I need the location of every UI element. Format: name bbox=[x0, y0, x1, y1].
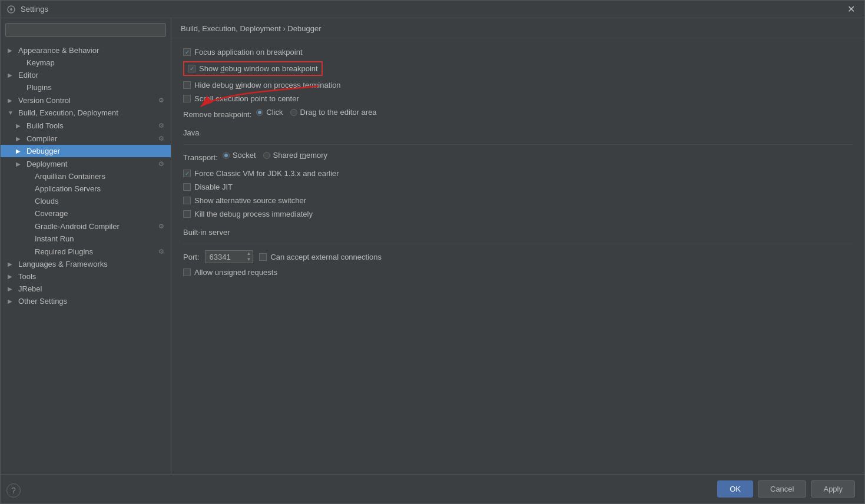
help-button[interactable]: ? bbox=[6, 483, 21, 498]
sidebar-item-label: Required Plugins bbox=[35, 247, 157, 256]
focus-breakpoint-checkbox[interactable] bbox=[183, 48, 191, 56]
port-label: Port: bbox=[183, 253, 199, 261]
sidebar-item-appearance[interactable]: ▶ Appearance & Behavior bbox=[1, 44, 171, 57]
sidebar-item-build-tools[interactable]: ▶ Build Tools ⚙ bbox=[1, 119, 171, 132]
builtin-server-divider bbox=[183, 244, 853, 244]
sidebar-item-compiler[interactable]: ▶ Compiler ⚙ bbox=[1, 132, 171, 145]
hide-debug-window-label: Hide debug window on process termination bbox=[194, 81, 341, 89]
sidebar-item-keymap[interactable]: Keymap bbox=[1, 57, 171, 69]
sidebar-item-label: Compiler bbox=[26, 134, 157, 143]
sidebar-item-label: Keymap bbox=[26, 58, 166, 67]
allow-unsigned-label[interactable]: Allow unsigned requests bbox=[183, 268, 277, 277]
port-decrement-button[interactable]: ▼ bbox=[244, 257, 253, 263]
sidebar-item-version-control[interactable]: ▶ Version Control ⚙ bbox=[1, 94, 171, 107]
transport-socket-option[interactable]: Socket bbox=[223, 151, 256, 160]
hide-debug-window-checkbox-label[interactable]: Hide debug window on process termination bbox=[183, 81, 341, 89]
remove-breakpoint-drag-option[interactable]: Drag to the editor area bbox=[290, 108, 377, 117]
scroll-execution-row: Scroll execution point to center bbox=[183, 94, 853, 103]
expand-arrow-icon: ▶ bbox=[8, 97, 16, 104]
sidebar-item-label: Languages & Frameworks bbox=[18, 260, 166, 268]
sidebar-item-required-plugins[interactable]: Required Plugins ⚙ bbox=[1, 245, 171, 258]
expand-arrow-icon: ▶ bbox=[16, 161, 24, 167]
sidebar-item-label: Editor bbox=[18, 71, 166, 79]
kill-debug-process-checkbox[interactable] bbox=[183, 210, 191, 218]
sidebar-item-app-servers[interactable]: Application Servers bbox=[1, 183, 171, 195]
kill-debug-process-text: Kill the debug process immediately bbox=[194, 210, 313, 218]
accept-external-text: Can accept external connections bbox=[270, 253, 382, 261]
kill-debug-process-label[interactable]: Kill the debug process immediately bbox=[183, 210, 313, 218]
allow-unsigned-text: Allow unsigned requests bbox=[194, 268, 277, 277]
accept-external-label[interactable]: Can accept external connections bbox=[259, 253, 382, 261]
app-icon bbox=[6, 5, 16, 14]
hide-debug-window-checkbox[interactable] bbox=[183, 81, 191, 89]
scroll-execution-checkbox[interactable] bbox=[183, 95, 191, 102]
drag-label: Drag to the editor area bbox=[300, 108, 377, 117]
sidebar-item-clouds[interactable]: Clouds bbox=[1, 195, 171, 207]
sidebar-item-label: Build, Execution, Deployment bbox=[18, 108, 166, 117]
scroll-execution-label: Scroll execution point to center bbox=[194, 94, 299, 103]
sidebar-item-label: Deployment bbox=[26, 160, 157, 168]
show-debug-window-row: Show debug window on breakpoint bbox=[183, 61, 853, 76]
disable-jit-label[interactable]: Disable JIT bbox=[183, 183, 233, 191]
sidebar-item-deployment[interactable]: ▶ Deployment ⚙ bbox=[1, 157, 171, 170]
disable-jit-checkbox[interactable] bbox=[183, 183, 191, 191]
sidebar-item-label: Tools bbox=[18, 272, 166, 281]
disable-jit-row: Disable JIT bbox=[183, 183, 853, 191]
drag-radio-btn[interactable] bbox=[290, 109, 297, 116]
show-alt-source-row: Show alternative source switcher bbox=[183, 196, 853, 205]
sidebar-item-instant-run[interactable]: Instant Run bbox=[1, 233, 171, 245]
expand-arrow-icon: ▼ bbox=[8, 110, 16, 116]
sidebar-item-build-execution[interactable]: ▼ Build, Execution, Deployment bbox=[1, 107, 171, 119]
focus-breakpoint-checkbox-label[interactable]: Focus application on breakpoint bbox=[183, 48, 303, 57]
java-section-header: Java bbox=[183, 128, 853, 140]
port-increment-button[interactable]: ▲ bbox=[244, 251, 253, 257]
shared-memory-radio-btn[interactable] bbox=[263, 152, 270, 159]
ok-button[interactable]: OK bbox=[717, 480, 753, 498]
sidebar-item-tools[interactable]: ▶ Tools bbox=[1, 270, 171, 283]
cancel-button[interactable]: Cancel bbox=[758, 480, 806, 498]
sidebar: ▶ Appearance & Behavior Keymap ▶ Editor … bbox=[1, 18, 171, 474]
socket-label: Socket bbox=[233, 151, 256, 160]
sidebar-item-gradle-android[interactable]: Gradle-Android Compiler ⚙ bbox=[1, 220, 171, 233]
sidebar-item-label: Plugins bbox=[26, 83, 166, 92]
expand-arrow-icon: ▶ bbox=[16, 122, 24, 129]
expand-arrow-icon: ▶ bbox=[8, 298, 16, 304]
sidebar-item-other-settings[interactable]: ▶ Other Settings bbox=[1, 295, 171, 307]
socket-radio-btn[interactable] bbox=[223, 152, 230, 159]
sidebar-item-arquillian[interactable]: Arquillian Containers bbox=[1, 170, 171, 183]
settings-window: Settings ✕ ▶ Appearance & Behavior Keyma… bbox=[0, 0, 865, 504]
sidebar-item-plugins[interactable]: Plugins bbox=[1, 81, 171, 94]
apply-button[interactable]: Apply bbox=[811, 480, 855, 498]
transport-shared-memory-option[interactable]: Shared memory bbox=[263, 151, 328, 160]
search-input[interactable] bbox=[5, 23, 166, 37]
force-classic-vm-row: Force Classic VM for JDK 1.3.x and earli… bbox=[183, 169, 853, 178]
expand-arrow-icon: ▶ bbox=[8, 47, 16, 54]
click-radio-btn[interactable] bbox=[256, 109, 263, 116]
title-bar: Settings ✕ bbox=[1, 1, 864, 18]
settings-icon: ⚙ bbox=[157, 121, 166, 130]
close-button[interactable]: ✕ bbox=[844, 2, 859, 16]
remove-breakpoint-click-option[interactable]: Click bbox=[256, 108, 283, 117]
sidebar-item-label: Clouds bbox=[35, 197, 166, 205]
show-alt-source-label[interactable]: Show alternative source switcher bbox=[183, 196, 306, 205]
accept-external-checkbox[interactable] bbox=[259, 253, 267, 261]
transport-label: Transport: bbox=[183, 153, 218, 162]
port-input[interactable] bbox=[206, 251, 247, 263]
sidebar-item-coverage[interactable]: Coverage bbox=[1, 207, 171, 220]
sidebar-item-debugger[interactable]: ▶ Debugger bbox=[1, 145, 171, 157]
bottom-bar: ? OK Cancel Apply bbox=[1, 474, 864, 503]
expand-arrow-icon: ▶ bbox=[8, 261, 16, 267]
force-classic-vm-label[interactable]: Force Classic VM for JDK 1.3.x and earli… bbox=[183, 169, 339, 178]
scroll-execution-checkbox-label[interactable]: Scroll execution point to center bbox=[183, 94, 299, 103]
sidebar-item-label: Other Settings bbox=[18, 297, 166, 306]
sidebar-item-languages[interactable]: ▶ Languages & Frameworks bbox=[1, 258, 171, 270]
force-classic-vm-checkbox[interactable] bbox=[183, 170, 191, 177]
settings-icon: ⚙ bbox=[157, 221, 166, 231]
show-debug-window-checkbox[interactable] bbox=[188, 65, 195, 72]
allow-unsigned-checkbox[interactable] bbox=[183, 268, 191, 276]
sidebar-item-editor[interactable]: ▶ Editor bbox=[1, 69, 171, 81]
show-alt-source-checkbox[interactable] bbox=[183, 197, 191, 204]
sidebar-item-label: Coverage bbox=[35, 209, 166, 218]
show-debug-window-label: Show debug window on breakpoint bbox=[199, 64, 318, 73]
sidebar-item-jrebel[interactable]: ▶ JRebel bbox=[1, 283, 171, 295]
